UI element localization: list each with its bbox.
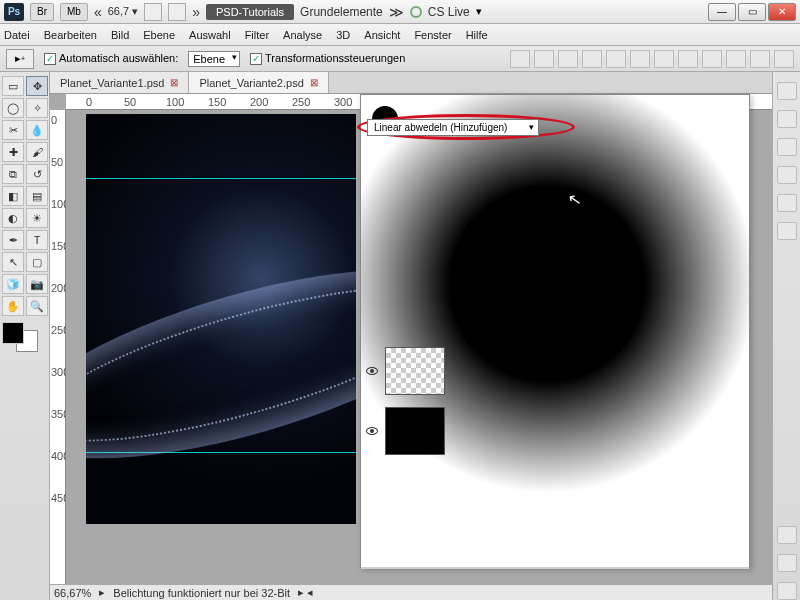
heal-tool[interactable]: ✚ (2, 142, 24, 162)
ps-logo: Ps (4, 3, 24, 21)
maximize-button[interactable]: ▭ (738, 3, 766, 21)
status-zoom[interactable]: 66,67% (54, 587, 91, 599)
dock-layers-icon[interactable] (777, 526, 797, 544)
align-icon[interactable] (534, 50, 554, 68)
menu-ebene[interactable]: Ebene (143, 29, 175, 41)
dropdown-icon[interactable]: ▾ (476, 5, 482, 18)
layers-panel: Ebenen Kanäle Pfade ▾≡ Linear abwedeln (… (360, 94, 750, 568)
cslive-label[interactable]: CS Live (428, 5, 470, 19)
more-icon[interactable]: ≫ (389, 4, 404, 20)
brush-tool[interactable]: 🖌 (26, 142, 48, 162)
title-bar: Ps Br Mb « 66,7 ▾ » PSD-Tutorials Grunde… (0, 0, 800, 24)
3d-tool[interactable]: 🧊 (2, 274, 24, 294)
type-tool[interactable]: T (26, 230, 48, 250)
right-dock (772, 72, 800, 600)
layer-thumb[interactable] (385, 407, 445, 455)
menu-fenster[interactable]: Fenster (414, 29, 451, 41)
workspace-tutorials[interactable]: PSD-Tutorials (206, 4, 294, 20)
align-icon[interactable] (606, 50, 626, 68)
canvas[interactable] (86, 114, 356, 524)
menu-auswahl[interactable]: Auswahl (189, 29, 231, 41)
menu-3d[interactable]: 3D (336, 29, 350, 41)
history-tool[interactable]: ↺ (26, 164, 48, 184)
layers-list: Sternenstraße ▸ ⛓ Planet ⛓ Lila Farbe ⛓ … (361, 161, 749, 549)
minibridge-chip[interactable]: Mb (60, 3, 88, 21)
align-icon[interactable] (558, 50, 578, 68)
dock-actions-icon[interactable] (777, 582, 797, 600)
status-bar: 66,67% ▸ Belichtung funktioniert nur bei… (50, 584, 772, 600)
menu-analyse[interactable]: Analyse (283, 29, 322, 41)
view-icon[interactable] (144, 3, 162, 21)
guide-line[interactable] (86, 178, 356, 179)
doc-tab-1[interactable]: Planet_Variante1.psd⊠ (50, 72, 189, 93)
dock-swatches-icon[interactable] (777, 110, 797, 128)
shape-tool[interactable]: ▢ (26, 252, 48, 272)
eyedropper-tool[interactable]: 💧 (26, 120, 48, 140)
transform-check[interactable]: ✓Transformationssteuerungen (250, 52, 405, 65)
menu-datei[interactable]: Datei (4, 29, 30, 41)
hand-tool[interactable]: ✋ (2, 296, 24, 316)
dock-adjust-icon[interactable] (777, 138, 797, 156)
camera-tool[interactable]: 📷 (26, 274, 48, 294)
auto-select-check[interactable]: ✓Automatisch auswählen: (44, 52, 178, 65)
screen-mode-icon[interactable] (168, 3, 186, 21)
menu-bearbeiten[interactable]: Bearbeiten (44, 29, 97, 41)
dock-history-icon[interactable] (777, 554, 797, 572)
status-message: Belichtung funktioniert nur bei 32-Bit (113, 587, 290, 599)
zoom-tool[interactable]: 🔍 (26, 296, 48, 316)
close-button[interactable]: ✕ (768, 3, 796, 21)
toolbox: ▭✥ ◯✧ ✂💧 ✚🖌 ⧉↺ ◧▤ ◐☀ ✒T ↖▢ 🧊📷 ✋🔍 (0, 72, 50, 600)
align-icon[interactable] (630, 50, 650, 68)
dock-masks-icon[interactable] (777, 166, 797, 184)
menu-filter[interactable]: Filter (245, 29, 269, 41)
dock-color-icon[interactable] (777, 82, 797, 100)
pen-tool[interactable]: ✒ (2, 230, 24, 250)
minimize-button[interactable]: — (708, 3, 736, 21)
move-tool[interactable]: ✥ (26, 76, 48, 96)
menu-bar: Datei Bearbeiten Bild Ebene Auswahl Filt… (0, 24, 800, 46)
crop-tool[interactable]: ✂ (2, 120, 24, 140)
chevron-left-icon[interactable]: « (94, 4, 102, 20)
doc-tab-2[interactable]: Planet_Variante2.psd⊠ (189, 72, 328, 93)
move-tool-icon[interactable]: ▸+ (6, 49, 34, 69)
cslive-icon[interactable] (410, 6, 422, 18)
menu-hilfe[interactable]: Hilfe (466, 29, 488, 41)
align-icon[interactable] (510, 50, 530, 68)
layer-thumb[interactable] (385, 347, 445, 395)
layer-row[interactable]: ⛓ Lila Farbe (361, 281, 749, 341)
menu-bild[interactable]: Bild (111, 29, 129, 41)
blur-tool[interactable]: ◐ (2, 208, 24, 228)
layer-mask[interactable] (467, 287, 515, 335)
distribute-icon[interactable] (726, 50, 746, 68)
dock-para-icon[interactable] (777, 222, 797, 240)
bridge-chip[interactable]: Br (30, 3, 54, 21)
gradient-tool[interactable]: ▤ (26, 186, 48, 206)
chevron-right-icon[interactable]: » (192, 4, 200, 20)
align-icon[interactable] (582, 50, 602, 68)
distribute-icon[interactable] (750, 50, 770, 68)
zoom-level[interactable]: 66,7 ▾ (108, 5, 138, 18)
blend-mode-select[interactable]: Linear abwedeln (Hinzufügen) (367, 119, 539, 136)
wand-tool[interactable]: ✧ (26, 98, 48, 118)
dodge-tool[interactable]: ☀ (26, 208, 48, 228)
marquee-tool[interactable]: ▭ (2, 76, 24, 96)
workspace-basics[interactable]: Grundelemente (300, 5, 383, 19)
stamp-tool[interactable]: ⧉ (2, 164, 24, 184)
options-bar: ▸+ ✓Automatisch auswählen: Ebene ✓Transf… (0, 46, 800, 72)
distribute-icon[interactable] (678, 50, 698, 68)
dock-char-icon[interactable] (777, 194, 797, 212)
auto-select-scope[interactable]: Ebene (188, 51, 240, 67)
close-tab-icon[interactable]: ⊠ (170, 77, 178, 88)
color-swatch[interactable] (2, 322, 42, 352)
ruler-vertical: 050100150200250300350400450 (50, 110, 66, 584)
close-tab-icon[interactable]: ⊠ (310, 77, 318, 88)
lasso-tool[interactable]: ◯ (2, 98, 24, 118)
distribute-icon[interactable] (774, 50, 794, 68)
eraser-tool[interactable]: ◧ (2, 186, 24, 206)
distribute-icon[interactable] (654, 50, 674, 68)
path-tool[interactable]: ↖ (2, 252, 24, 272)
menu-ansicht[interactable]: Ansicht (364, 29, 400, 41)
distribute-icon[interactable] (702, 50, 722, 68)
